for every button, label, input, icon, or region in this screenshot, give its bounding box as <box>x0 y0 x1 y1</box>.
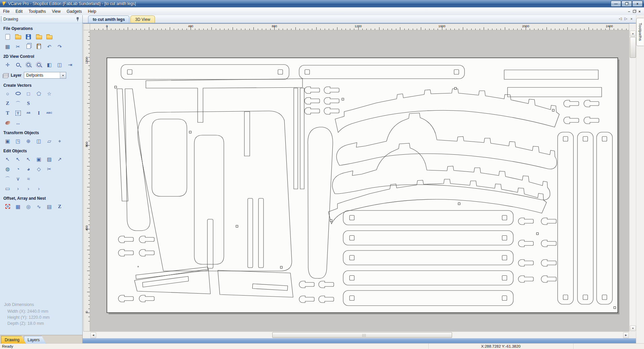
offset-vectors-icon[interactable] <box>3 202 12 210</box>
draw-circle-icon[interactable]: ○ <box>3 89 12 98</box>
panel-grip[interactable] <box>1 16 2 22</box>
tab-document[interactable]: to cut amith legs <box>88 15 129 23</box>
registration-mark[interactable] <box>236 225 238 227</box>
pan-view-icon[interactable]: ✛ <box>3 61 12 69</box>
vertical-scrollbar[interactable]: ▲ ▼ <box>629 30 636 332</box>
draw-polygon-icon[interactable]: ⬠ <box>34 89 43 98</box>
redo-icon[interactable]: ↷ <box>55 42 64 50</box>
scroll-up-icon[interactable]: ▲ <box>630 31 636 36</box>
registration-mark[interactable] <box>330 220 332 222</box>
draw-star-icon[interactable]: ☆ <box>45 89 54 98</box>
fit-curves-icon[interactable]: ∨ <box>13 174 23 183</box>
distort-icon[interactable]: ▱ <box>45 137 54 145</box>
draw-text-icon[interactable]: T <box>3 109 12 117</box>
array-copy-icon[interactable]: ▦ <box>13 202 23 210</box>
set-size-icon[interactable]: ◳ <box>13 137 23 145</box>
cut-icon[interactable]: ✂ <box>13 42 23 50</box>
draw-text-box-icon[interactable]: T <box>13 109 23 117</box>
text-spacing-icon[interactable]: I <box>34 109 43 117</box>
node-path-icon[interactable]: ◇ <box>34 165 43 173</box>
zoom-selection-icon[interactable]: ◧ <box>45 61 54 69</box>
draw-curve-icon[interactable]: S <box>24 99 33 107</box>
ungroup-icon[interactable]: ▨ <box>45 155 54 163</box>
undo-icon[interactable]: ↶ <box>45 42 54 50</box>
copy-along-vectors-icon[interactable]: ∿ <box>34 202 43 210</box>
tab-prev-icon[interactable]: ◁ <box>619 16 621 21</box>
draw-arc-icon[interactable]: ⌒ <box>13 99 23 107</box>
draw-ellipse-icon[interactable] <box>13 89 23 98</box>
restore-button[interactable] <box>621 1 632 7</box>
registration-mark[interactable] <box>342 98 344 100</box>
circular-copy-icon[interactable]: ◎ <box>24 202 33 210</box>
draw-rectangle-icon[interactable]: □ <box>24 89 33 98</box>
intersect-vectors-icon[interactable]: ◕ <box>24 165 33 173</box>
hscroll-thumb[interactable] <box>272 332 452 338</box>
tab-3d-view[interactable]: 3D View <box>130 15 155 23</box>
scroll-left-icon[interactable]: ◀ <box>90 332 96 338</box>
mdi-close-button[interactable]: × <box>639 9 641 13</box>
trim-vectors-icon[interactable]: ✂ <box>45 165 54 173</box>
registration-mark[interactable] <box>536 233 538 235</box>
dimension-icon[interactable]: ↔ <box>13 119 23 127</box>
mdi-minimize-button[interactable]: – <box>628 9 630 13</box>
paste-icon[interactable] <box>34 42 43 50</box>
block-array-icon[interactable]: ▤ <box>45 202 54 210</box>
tab-close-icon[interactable]: × <box>631 17 633 21</box>
scroll-right-icon[interactable]: ▶ <box>623 332 629 338</box>
zoom-interactive-icon[interactable] <box>13 61 23 69</box>
draw-polyline-icon[interactable]: Z <box>3 99 12 107</box>
join-move-icon[interactable]: › <box>13 184 23 192</box>
registration-mark[interactable] <box>189 131 191 133</box>
nest-parts-icon[interactable]: Z <box>55 202 64 210</box>
minimize-button[interactable]: — <box>611 1 621 7</box>
menu-toolpaths[interactable]: Toolpaths <box>26 8 49 15</box>
drawing-canvas[interactable] <box>90 30 629 332</box>
menu-edit[interactable]: Edit <box>12 8 26 15</box>
open-recent-icon[interactable] <box>34 33 43 41</box>
registration-mark[interactable] <box>552 109 554 111</box>
close-vector-icon[interactable]: ▭ <box>3 184 12 192</box>
trace-bitmap-icon[interactable] <box>3 119 12 127</box>
zoom-box-icon[interactable] <box>24 61 33 69</box>
edit-text-icon[interactable]: AB <box>24 109 33 117</box>
tab-drawing[interactable]: Drawing <box>1 336 26 344</box>
layer-select[interactable]: Defpoints▼ <box>24 72 66 79</box>
open-file-icon[interactable] <box>13 33 23 41</box>
save-file-icon[interactable] <box>24 33 33 41</box>
switch-3d-icon[interactable]: ⇥ <box>66 61 75 69</box>
subtract-vectors-icon[interactable]: ◔ <box>13 165 23 173</box>
align-objects-icon[interactable]: ⊕ <box>24 137 33 145</box>
weld-vectors-icon[interactable]: ◍ <box>3 165 12 173</box>
mdi-restore-button[interactable] <box>633 10 636 13</box>
import-vectors-icon[interactable] <box>45 33 54 41</box>
copy-icon[interactable] <box>24 42 33 50</box>
transform-tool-icon[interactable]: ↖ <box>24 155 33 163</box>
pin-icon[interactable] <box>76 17 79 21</box>
registration-mark[interactable] <box>280 266 282 268</box>
fit-arcs-icon[interactable]: ≈ <box>24 174 33 183</box>
join-curve-icon[interactable]: › <box>34 184 43 192</box>
tab-layers[interactable]: Layers <box>24 336 46 344</box>
join-line-icon[interactable]: › <box>24 184 33 192</box>
new-file-icon[interactable] <box>3 33 12 41</box>
zoom-drawing-icon[interactable] <box>34 61 43 69</box>
tab-next-icon[interactable]: ▷ <box>625 16 627 21</box>
menu-help[interactable]: Help <box>85 8 99 15</box>
tile-windows-icon[interactable]: ◫ <box>55 61 64 69</box>
select-tool-icon[interactable]: ↖ <box>3 155 12 163</box>
registration-mark[interactable] <box>458 203 460 205</box>
menu-gadgets[interactable]: Gadgets <box>64 8 85 15</box>
move-selection-icon[interactable]: ▣ <box>3 137 12 145</box>
text-on-curve-icon[interactable]: ABC <box>45 109 54 117</box>
menu-view[interactable]: View <box>49 8 64 15</box>
close-button[interactable]: × <box>632 1 643 7</box>
scroll-down-icon[interactable]: ▼ <box>630 325 636 331</box>
registration-mark[interactable] <box>115 86 117 88</box>
registration-mark[interactable] <box>454 87 456 89</box>
tab-toolpaths[interactable]: Toolpaths <box>636 18 644 46</box>
horizontal-scrollbar[interactable]: ◀ ▶ <box>90 332 629 338</box>
registration-mark[interactable] <box>614 307 616 309</box>
dropdown-arrow-icon[interactable]: ▼ <box>60 72 66 78</box>
mirror-icon[interactable]: ◫ <box>34 137 43 145</box>
vscroll-thumb[interactable] <box>630 37 636 58</box>
